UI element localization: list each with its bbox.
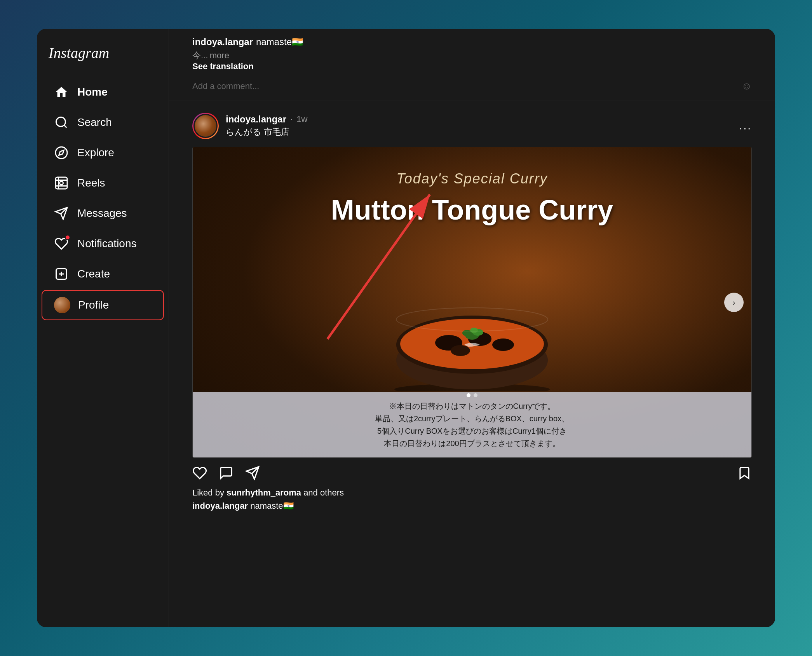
post-image-background: Today's Special Curry Mutton Tongue Curr… xyxy=(193,147,751,457)
image-caption-text: ※本日の日替わりはマトンのタンのCurryです。単品、又は2curryプレート、… xyxy=(375,402,569,448)
post-header: indoya.langar · 1w らんがる 市毛店 ... xyxy=(192,113,752,139)
post-user-info: indoya.langar · 1w らんがる 市毛店 xyxy=(226,114,307,138)
messages-icon xyxy=(53,205,70,222)
search-label: Search xyxy=(77,116,112,129)
post-caption-username[interactable]: indoya.langar xyxy=(192,501,248,511)
instagram-logo: Instagram xyxy=(37,40,169,77)
carousel-dot-1[interactable] xyxy=(467,393,470,397)
post-dot: · xyxy=(290,114,293,124)
create-icon xyxy=(53,266,70,282)
top-comment-username: indoya.langar xyxy=(192,37,253,47)
post-subtitle: らんがる 市毛店 xyxy=(226,126,307,138)
today-special-text: Today's Special Curry xyxy=(396,171,548,187)
svg-rect-4 xyxy=(56,177,67,189)
reels-icon xyxy=(53,175,70,191)
post-container: indoya.langar · 1w らんがる 市毛店 ... Today's … xyxy=(169,101,775,523)
profile-label: Profile xyxy=(78,299,109,311)
next-chevron-icon: › xyxy=(733,298,735,307)
sidebar-item-create[interactable]: Create xyxy=(42,260,164,288)
sidebar-item-explore[interactable]: Explore xyxy=(42,138,164,167)
sidebar-item-search[interactable]: Search xyxy=(42,108,164,137)
post-username[interactable]: indoya.langar xyxy=(226,114,286,125)
top-comment-section: indoya.langar namaste🇮🇳 今... more See tr… xyxy=(169,29,775,101)
svg-point-21 xyxy=(451,345,470,356)
sidebar: Instagram Home Search xyxy=(37,29,169,627)
svg-point-20 xyxy=(492,338,514,351)
post-image: Today's Special Curry Mutton Tongue Curr… xyxy=(192,147,752,458)
sidebar-item-messages[interactable]: Messages xyxy=(42,199,164,228)
liked-by-prefix: Liked by xyxy=(192,488,227,497)
messages-label: Messages xyxy=(77,207,127,220)
explore-label: Explore xyxy=(77,147,114,159)
post-avatar-image xyxy=(195,115,216,137)
main-content: indoya.langar namaste🇮🇳 今... more See tr… xyxy=(169,29,775,627)
post-actions xyxy=(192,458,752,488)
svg-point-2 xyxy=(56,147,67,159)
sidebar-item-profile[interactable]: Profile xyxy=(42,290,164,320)
liked-by-user[interactable]: sunrhythm_aroma xyxy=(227,488,301,497)
post-avatar-ring[interactable] xyxy=(192,113,219,139)
post-time: 1w xyxy=(296,114,307,124)
home-icon xyxy=(53,84,70,100)
share-button[interactable] xyxy=(245,466,260,484)
svg-point-0 xyxy=(56,117,66,127)
top-comment-caption: namaste🇮🇳 xyxy=(256,37,303,47)
liked-by-text: Liked by sunrhythm_aroma and others xyxy=(192,488,752,498)
see-translation-button[interactable]: See translation xyxy=(192,61,752,72)
post-username-row: indoya.langar · 1w xyxy=(226,114,307,125)
curry-bowl-illustration xyxy=(375,275,569,391)
svg-marker-3 xyxy=(59,150,64,155)
comment-button[interactable] xyxy=(219,466,233,484)
add-comment-row: Add a comment... ☺ xyxy=(192,75,752,97)
liked-by-suffix: and others xyxy=(301,488,344,497)
post-header-left: indoya.langar · 1w らんがる 市毛店 xyxy=(192,113,307,139)
next-image-button[interactable]: › xyxy=(724,293,744,312)
search-icon xyxy=(53,114,70,131)
top-comment-time-row: 今... more xyxy=(192,50,752,61)
svg-point-5 xyxy=(60,181,63,185)
reels-label: Reels xyxy=(77,177,105,189)
bookmark-button[interactable] xyxy=(737,466,752,484)
top-comment-username-row: indoya.langar namaste🇮🇳 xyxy=(192,37,752,47)
svg-line-1 xyxy=(64,125,67,128)
post-more-options[interactable]: ... xyxy=(739,120,752,132)
notifications-icon xyxy=(53,236,70,252)
carousel-dot-2[interactable] xyxy=(474,393,477,397)
image-caption-overlay: ※本日の日替わりはマトンのタンのCurryです。単品、又は2curryプレート、… xyxy=(193,392,751,457)
more-link-text[interactable]: more xyxy=(210,51,229,60)
home-label: Home xyxy=(77,86,108,98)
carousel-dots xyxy=(467,393,477,397)
create-label: Create xyxy=(77,268,110,280)
post-caption-text: namaste🇮🇳 xyxy=(248,501,294,511)
notifications-label: Notifications xyxy=(77,237,137,250)
add-comment-placeholder[interactable]: Add a comment... xyxy=(192,81,741,91)
app-container: Instagram Home Search xyxy=(37,29,775,627)
top-comment-time: 今... xyxy=(192,51,208,60)
post-avatar-inner xyxy=(193,114,218,138)
explore-icon xyxy=(53,145,70,161)
action-icons-left xyxy=(192,466,260,484)
like-button[interactable] xyxy=(192,466,207,484)
emoji-button[interactable]: ☺ xyxy=(741,80,752,92)
post-caption: indoya.langar namaste🇮🇳 xyxy=(192,501,752,511)
sidebar-item-reels[interactable]: Reels xyxy=(42,169,164,197)
mutton-title-text: Mutton Tongue Curry xyxy=(331,195,613,225)
profile-avatar xyxy=(54,297,70,313)
sidebar-item-home[interactable]: Home xyxy=(42,78,164,106)
svg-point-25 xyxy=(470,328,478,333)
sidebar-item-notifications[interactable]: Notifications xyxy=(42,229,164,258)
